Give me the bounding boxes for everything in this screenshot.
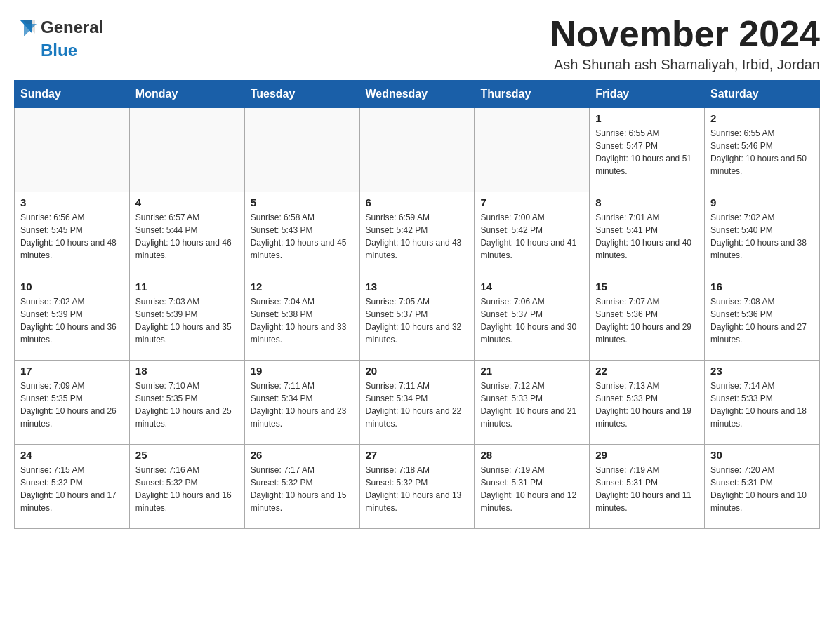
calendar-cell: 13Sunrise: 7:05 AMSunset: 5:37 PMDayligh…	[359, 276, 475, 361]
calendar-cell: 17Sunrise: 7:09 AMSunset: 5:35 PMDayligh…	[15, 361, 130, 445]
day-info: Sunrise: 7:16 AMSunset: 5:32 PMDaylight:…	[135, 464, 239, 514]
day-header-wednesday: Wednesday	[359, 81, 475, 108]
day-number: 21	[480, 365, 583, 377]
day-number: 28	[480, 449, 583, 461]
calendar-cell: 9Sunrise: 7:02 AMSunset: 5:40 PMDaylight…	[705, 192, 820, 276]
calendar-cell: 24Sunrise: 7:15 AMSunset: 5:32 PMDayligh…	[15, 445, 130, 529]
day-info: Sunrise: 7:09 AMSunset: 5:35 PMDaylight:…	[20, 380, 124, 430]
logo-area: General Blue	[14, 14, 103, 60]
calendar-cell: 20Sunrise: 7:11 AMSunset: 5:34 PMDayligh…	[359, 361, 475, 445]
calendar-cell: 29Sunrise: 7:19 AMSunset: 5:31 PMDayligh…	[590, 445, 705, 529]
title-area: November 2024 Ash Shunah ash Shamaliyah,…	[550, 14, 820, 73]
day-number: 14	[480, 281, 583, 293]
day-number: 3	[20, 196, 124, 208]
day-info: Sunrise: 7:02 AMSunset: 5:39 PMDaylight:…	[20, 295, 124, 346]
day-info: Sunrise: 7:15 AMSunset: 5:32 PMDaylight:…	[20, 464, 124, 514]
day-info: Sunrise: 7:06 AMSunset: 5:37 PMDaylight:…	[480, 295, 583, 346]
calendar-cell	[475, 108, 590, 192]
calendar-table: SundayMondayTuesdayWednesdayThursdayFrid…	[14, 80, 820, 529]
day-number: 27	[366, 449, 469, 461]
page-header: General Blue November 2024 Ash Shunah as…	[14, 14, 820, 73]
calendar-cell: 26Sunrise: 7:17 AMSunset: 5:32 PMDayligh…	[244, 445, 359, 529]
day-info: Sunrise: 7:01 AMSunset: 5:41 PMDaylight:…	[595, 211, 699, 262]
calendar-week-row: 17Sunrise: 7:09 AMSunset: 5:35 PMDayligh…	[15, 361, 820, 445]
calendar-cell: 22Sunrise: 7:13 AMSunset: 5:33 PMDayligh…	[590, 361, 705, 445]
calendar-cell	[359, 108, 475, 192]
calendar-cell: 14Sunrise: 7:06 AMSunset: 5:37 PMDayligh…	[475, 276, 590, 361]
day-number: 1	[595, 112, 699, 124]
day-info: Sunrise: 7:19 AMSunset: 5:31 PMDaylight:…	[480, 464, 583, 514]
calendar-cell: 7Sunrise: 7:00 AMSunset: 5:42 PMDaylight…	[475, 192, 590, 276]
calendar-cell: 19Sunrise: 7:11 AMSunset: 5:34 PMDayligh…	[244, 361, 359, 445]
day-number: 5	[251, 196, 354, 208]
calendar-header-row: SundayMondayTuesdayWednesdayThursdayFrid…	[15, 81, 820, 108]
day-info: Sunrise: 7:03 AMSunset: 5:39 PMDaylight:…	[135, 295, 239, 346]
day-number: 17	[20, 365, 124, 377]
calendar-cell: 6Sunrise: 6:59 AMSunset: 5:42 PMDaylight…	[359, 192, 475, 276]
calendar-week-row: 10Sunrise: 7:02 AMSunset: 5:39 PMDayligh…	[15, 276, 820, 361]
day-number: 26	[251, 449, 354, 461]
calendar-cell	[129, 108, 244, 192]
logo: General	[14, 14, 103, 41]
day-header-sunday: Sunday	[15, 81, 130, 108]
day-number: 19	[251, 365, 354, 377]
day-number: 30	[710, 449, 814, 461]
day-header-thursday: Thursday	[475, 81, 590, 108]
day-header-friday: Friday	[590, 81, 705, 108]
day-number: 20	[366, 365, 469, 377]
calendar-cell: 15Sunrise: 7:07 AMSunset: 5:36 PMDayligh…	[590, 276, 705, 361]
day-number: 16	[710, 281, 814, 293]
calendar-cell: 16Sunrise: 7:08 AMSunset: 5:36 PMDayligh…	[705, 276, 820, 361]
day-number: 7	[480, 196, 583, 208]
calendar-cell: 11Sunrise: 7:03 AMSunset: 5:39 PMDayligh…	[129, 276, 244, 361]
calendar-week-row: 24Sunrise: 7:15 AMSunset: 5:32 PMDayligh…	[15, 445, 820, 529]
day-number: 6	[366, 196, 469, 208]
calendar-cell: 1Sunrise: 6:55 AMSunset: 5:47 PMDaylight…	[590, 108, 705, 192]
day-info: Sunrise: 7:02 AMSunset: 5:40 PMDaylight:…	[710, 211, 814, 262]
logo-icon	[14, 14, 41, 41]
calendar-week-row: 1Sunrise: 6:55 AMSunset: 5:47 PMDaylight…	[15, 108, 820, 192]
day-info: Sunrise: 7:00 AMSunset: 5:42 PMDaylight:…	[480, 211, 583, 262]
day-header-monday: Monday	[129, 81, 244, 108]
day-header-saturday: Saturday	[705, 81, 820, 108]
day-info: Sunrise: 6:58 AMSunset: 5:43 PMDaylight:…	[251, 211, 354, 262]
day-info: Sunrise: 7:13 AMSunset: 5:33 PMDaylight:…	[595, 380, 699, 430]
calendar-cell: 30Sunrise: 7:20 AMSunset: 5:31 PMDayligh…	[705, 445, 820, 529]
calendar-cell: 4Sunrise: 6:57 AMSunset: 5:44 PMDaylight…	[129, 192, 244, 276]
day-info: Sunrise: 6:57 AMSunset: 5:44 PMDaylight:…	[135, 211, 239, 262]
day-info: Sunrise: 7:07 AMSunset: 5:36 PMDaylight:…	[595, 295, 699, 346]
calendar-cell: 28Sunrise: 7:19 AMSunset: 5:31 PMDayligh…	[475, 445, 590, 529]
calendar-cell: 23Sunrise: 7:14 AMSunset: 5:33 PMDayligh…	[705, 361, 820, 445]
calendar-cell: 25Sunrise: 7:16 AMSunset: 5:32 PMDayligh…	[129, 445, 244, 529]
day-number: 25	[135, 449, 239, 461]
calendar-week-row: 3Sunrise: 6:56 AMSunset: 5:45 PMDaylight…	[15, 192, 820, 276]
day-info: Sunrise: 7:20 AMSunset: 5:31 PMDaylight:…	[710, 464, 814, 514]
day-info: Sunrise: 7:08 AMSunset: 5:36 PMDaylight:…	[710, 295, 814, 346]
day-header-tuesday: Tuesday	[244, 81, 359, 108]
day-info: Sunrise: 7:11 AMSunset: 5:34 PMDaylight:…	[366, 380, 469, 430]
day-number: 18	[135, 365, 239, 377]
calendar-cell: 3Sunrise: 6:56 AMSunset: 5:45 PMDaylight…	[15, 192, 130, 276]
day-info: Sunrise: 6:59 AMSunset: 5:42 PMDaylight:…	[366, 211, 469, 262]
day-number: 13	[366, 281, 469, 293]
day-number: 23	[710, 365, 814, 377]
day-number: 9	[710, 196, 814, 208]
calendar-cell: 2Sunrise: 6:55 AMSunset: 5:46 PMDaylight…	[705, 108, 820, 192]
day-info: Sunrise: 7:14 AMSunset: 5:33 PMDaylight:…	[710, 380, 814, 430]
calendar-cell: 8Sunrise: 7:01 AMSunset: 5:41 PMDaylight…	[590, 192, 705, 276]
day-info: Sunrise: 7:17 AMSunset: 5:32 PMDaylight:…	[251, 464, 354, 514]
day-number: 24	[20, 449, 124, 461]
day-info: Sunrise: 7:11 AMSunset: 5:34 PMDaylight:…	[251, 380, 354, 430]
day-info: Sunrise: 7:10 AMSunset: 5:35 PMDaylight:…	[135, 380, 239, 430]
logo-blue-text: Blue	[41, 41, 77, 60]
day-number: 15	[595, 281, 699, 293]
day-info: Sunrise: 6:56 AMSunset: 5:45 PMDaylight:…	[20, 211, 124, 262]
day-info: Sunrise: 6:55 AMSunset: 5:46 PMDaylight:…	[710, 127, 814, 177]
day-info: Sunrise: 7:05 AMSunset: 5:37 PMDaylight:…	[366, 295, 469, 346]
calendar-cell: 27Sunrise: 7:18 AMSunset: 5:32 PMDayligh…	[359, 445, 475, 529]
day-info: Sunrise: 7:04 AMSunset: 5:38 PMDaylight:…	[251, 295, 354, 346]
logo-general-text: General	[41, 18, 103, 37]
day-info: Sunrise: 7:19 AMSunset: 5:31 PMDaylight:…	[595, 464, 699, 514]
day-number: 11	[135, 281, 239, 293]
day-number: 22	[595, 365, 699, 377]
